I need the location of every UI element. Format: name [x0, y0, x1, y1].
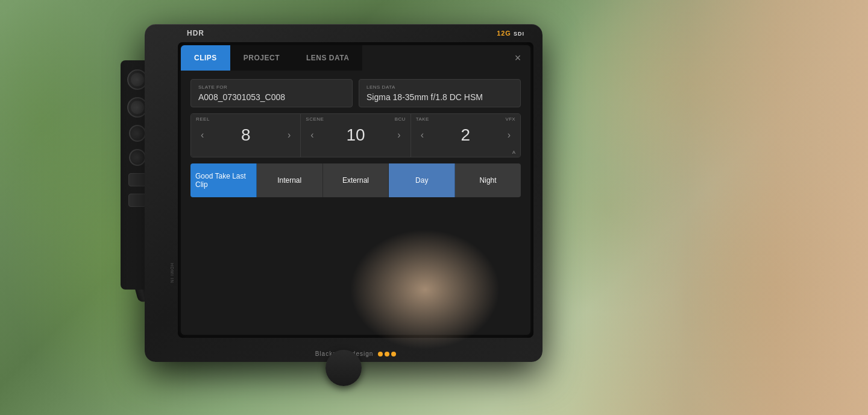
- scene-sublabel: BCU: [395, 116, 406, 122]
- side-button-1[interactable]: [128, 173, 146, 186]
- internal-button[interactable]: Internal: [257, 163, 323, 197]
- lens-data-label: LENS DATA: [366, 84, 513, 90]
- slate-label: SLATE FOR: [198, 84, 345, 90]
- sdi-badge: 12G SDI: [497, 30, 524, 37]
- scene-value: 10: [346, 125, 365, 145]
- device-wrapper: HDR 12G SDI CLIPS PROJECT LENS DATA ×: [121, 24, 573, 398]
- action-buttons-row: Good Take Last Clip Internal External Da…: [190, 163, 521, 197]
- lens-data-field: LENS DATA Sigma 18-35mm f/1.8 DC HSM: [359, 79, 521, 107]
- reel-prev-button[interactable]: ‹: [197, 128, 207, 142]
- hdmi-label: HDMI IN: [170, 263, 174, 284]
- hand-gesture-area: [350, 229, 500, 350]
- scene-nav: ‹ 10 ›: [301, 122, 410, 150]
- numbers-row: REEL ‹ 8 ›: [190, 113, 521, 157]
- scene-next-button[interactable]: ›: [394, 128, 404, 142]
- reel-label: REEL: [196, 116, 210, 122]
- scene-header: SCENE BCU: [301, 114, 410, 122]
- connector-small-1: [129, 125, 146, 142]
- slate-field: SLATE FOR A008_07301053_C008: [190, 79, 353, 107]
- reel-next-button[interactable]: ›: [284, 128, 294, 142]
- side-button-2[interactable]: [128, 194, 146, 207]
- brand-dot-2: [385, 352, 389, 356]
- slate-row: SLATE FOR A008_07301053_C008 LENS DATA S…: [190, 79, 521, 107]
- external-button[interactable]: External: [323, 163, 389, 197]
- brand-dot-1: [378, 352, 383, 356]
- scene-label: SCENE: [306, 116, 324, 122]
- day-button[interactable]: Day: [389, 163, 455, 197]
- night-button[interactable]: Night: [455, 163, 521, 197]
- take-prev-button[interactable]: ‹: [417, 128, 427, 142]
- take-sublabel: VFX: [506, 116, 515, 122]
- scene-cell: SCENE BCU ‹ 10 ›: [301, 114, 410, 157]
- face-overlay: [567, 0, 868, 415]
- connector-small-2: [129, 149, 146, 166]
- tabs-bar: CLIPS PROJECT LENS DATA ×: [181, 45, 530, 71]
- take-cell: TAKE VFX ‹ 2 › A: [411, 114, 520, 157]
- lens-data-value: Sigma 18-35mm f/1.8 DC HSM: [366, 92, 513, 102]
- sdi-text-label: SDI: [514, 31, 524, 37]
- tab-clips[interactable]: CLIPS: [181, 45, 230, 71]
- take-label: TAKE: [416, 116, 429, 122]
- tabs-spacer: [362, 45, 505, 71]
- close-button[interactable]: ×: [505, 45, 530, 71]
- scene-note: [301, 150, 410, 157]
- brand-dots: [378, 352, 396, 356]
- reel-header: REEL: [191, 114, 300, 122]
- tab-lens-data[interactable]: LENS DATA: [293, 45, 362, 71]
- take-header: TAKE VFX: [411, 114, 520, 122]
- monitor-top-bar: HDR 12G SDI: [178, 29, 533, 37]
- reel-cell: REEL ‹ 8 ›: [191, 114, 301, 157]
- take-nav: ‹ 2 ›: [411, 122, 520, 150]
- take-note: A: [411, 150, 520, 157]
- slate-value: A008_07301053_C008: [198, 92, 345, 102]
- brand-dot-3: [391, 352, 396, 356]
- good-take-button[interactable]: Good Take Last Clip: [190, 163, 257, 197]
- reel-note: [191, 150, 300, 157]
- take-value: 2: [461, 125, 471, 145]
- reel-nav: ‹ 8 ›: [191, 122, 300, 150]
- sdi-12g-label: 12G: [497, 30, 511, 37]
- reel-value: 8: [241, 125, 251, 145]
- tab-project[interactable]: PROJECT: [230, 45, 293, 71]
- take-next-button[interactable]: ›: [504, 128, 514, 142]
- stand: [326, 350, 362, 386]
- hdr-badge: HDR: [187, 29, 204, 37]
- scene-prev-button[interactable]: ‹: [307, 128, 317, 142]
